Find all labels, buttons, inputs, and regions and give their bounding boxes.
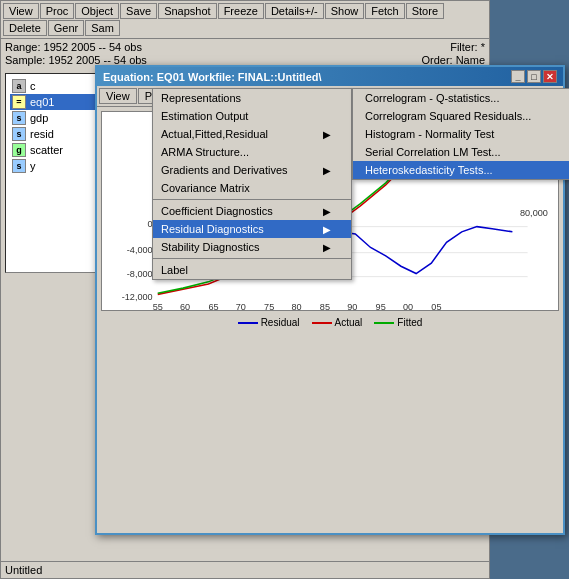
main-object-btn[interactable]: Object xyxy=(75,3,119,19)
arrow-actual-fitted: ▶ xyxy=(323,129,331,140)
info-row-range: Range: 1952 2005 -- 54 obs Filter: * xyxy=(5,41,485,53)
main-freeze-btn[interactable]: Freeze xyxy=(218,3,264,19)
svg-text:70: 70 xyxy=(236,302,246,310)
series-label-eq01: eq01 xyxy=(30,96,54,108)
series-label-scatter: scatter xyxy=(30,144,63,156)
legend-line-residual xyxy=(238,322,258,324)
legend-item-fitted: Fitted xyxy=(374,317,422,328)
legend-item-residual: Residual xyxy=(238,317,300,328)
arrow-gradients: ▶ xyxy=(323,165,331,176)
series-icon-scatter: g xyxy=(12,143,26,157)
filter-text: Filter: * xyxy=(450,41,485,53)
menu-residual-diagnostics[interactable]: Residual Diagnostics ▶ xyxy=(153,220,351,238)
menu-coefficient-diagnostics[interactable]: Coefficient Diagnostics ▶ xyxy=(153,202,351,220)
maximize-button[interactable]: □ xyxy=(527,70,541,83)
eq-title: Equation: EQ01 Workfile: FINAL::Untitled… xyxy=(103,71,322,83)
eq-view-btn[interactable]: View xyxy=(99,88,137,104)
svg-text:90: 90 xyxy=(347,302,357,310)
main-show-btn[interactable]: Show xyxy=(325,3,365,19)
series-label-resid: resid xyxy=(30,128,54,140)
menu-label[interactable]: Label xyxy=(153,261,351,279)
main-delete-btn[interactable]: Delete xyxy=(3,20,47,36)
main-store-btn[interactable]: Store xyxy=(406,3,444,19)
svg-text:-4,000: -4,000 xyxy=(127,245,153,255)
legend-line-actual xyxy=(312,322,332,324)
series-icon-gdp: s xyxy=(12,111,26,125)
menu-stability-diagnostics[interactable]: Stability Diagnostics ▶ xyxy=(153,238,351,256)
svg-text:55: 55 xyxy=(153,302,163,310)
menu-gradients-derivatives[interactable]: Gradients and Derivatives ▶ xyxy=(153,161,351,179)
bottom-bar: Untitled xyxy=(1,561,489,578)
eq-titlebar: Equation: EQ01 Workfile: FINAL::Untitled… xyxy=(97,67,563,86)
main-save-btn[interactable]: Save xyxy=(120,3,157,19)
series-icon-c: a xyxy=(12,79,26,93)
submenu-heteroskedasticity[interactable]: Heteroskedasticity Tests... xyxy=(353,161,569,179)
titlebar-controls: _ □ ✕ xyxy=(511,70,557,83)
svg-text:60: 60 xyxy=(180,302,190,310)
svg-text:85: 85 xyxy=(320,302,330,310)
series-icon-eq01: = xyxy=(12,95,26,109)
main-genr-btn[interactable]: Genr xyxy=(48,20,84,36)
submenu-histogram-normality[interactable]: Histogram - Normality Test xyxy=(353,125,569,143)
legend-line-fitted xyxy=(374,322,394,324)
menu-actual-fitted-residual[interactable]: Actual,Fitted,Residual ▶ xyxy=(153,125,351,143)
main-fetch-btn[interactable]: Fetch xyxy=(365,3,405,19)
series-icon-y: s xyxy=(12,159,26,173)
menu-separator-1 xyxy=(153,199,351,200)
menu-estimation-output[interactable]: Estimation Output xyxy=(153,107,351,125)
residual-diagnostics-submenu: Correlogram - Q-statistics... Correlogra… xyxy=(352,88,569,180)
arrow-resid-diag: ▶ xyxy=(323,224,331,235)
svg-text:-8,000: -8,000 xyxy=(127,269,153,279)
series-label-y: y xyxy=(30,160,36,172)
menu-representations[interactable]: Representations xyxy=(153,89,351,107)
legend-item-actual: Actual xyxy=(312,317,363,328)
arrow-stability-diag: ▶ xyxy=(323,242,331,253)
arrow-coeff-diag: ▶ xyxy=(323,206,331,217)
legend-label-fitted: Fitted xyxy=(397,317,422,328)
menu-arma-structure[interactable]: ARMA Structure... xyxy=(153,143,351,161)
main-view-btn[interactable]: View xyxy=(3,3,39,19)
chart-legend: Residual Actual Fitted xyxy=(97,315,563,330)
svg-text:75: 75 xyxy=(264,302,274,310)
svg-text:05: 05 xyxy=(431,302,441,310)
svg-text:95: 95 xyxy=(376,302,386,310)
svg-text:-12,000: -12,000 xyxy=(122,291,153,301)
submenu-correlogram-q[interactable]: Correlogram - Q-statistics... xyxy=(353,89,569,107)
svg-text:80: 80 xyxy=(291,302,301,310)
legend-label-residual: Residual xyxy=(261,317,300,328)
legend-label-actual: Actual xyxy=(335,317,363,328)
svg-text:80,000: 80,000 xyxy=(520,208,548,218)
bottom-label: Untitled xyxy=(5,564,42,576)
menu-covariance-matrix[interactable]: Covariance Matrix xyxy=(153,179,351,197)
main-proc-btn[interactable]: Proc xyxy=(40,3,75,19)
menu-separator-2 xyxy=(153,258,351,259)
object-menu: Representations Estimation Output Actual… xyxy=(152,88,352,280)
main-details-btn[interactable]: Details+/- xyxy=(265,3,324,19)
svg-text:65: 65 xyxy=(208,302,218,310)
submenu-correlogram-squared[interactable]: Correlogram Squared Residuals... xyxy=(353,107,569,125)
main-sam-btn[interactable]: Sam xyxy=(85,20,120,36)
submenu-serial-correlation[interactable]: Serial Correlation LM Test... xyxy=(353,143,569,161)
main-toolbar: View Proc Object Save Snapshot Freeze De… xyxy=(1,1,489,39)
series-label-gdp: gdp xyxy=(30,112,48,124)
series-label-c: c xyxy=(30,80,36,92)
main-snapshot-btn[interactable]: Snapshot xyxy=(158,3,216,19)
minimize-button[interactable]: _ xyxy=(511,70,525,83)
series-icon-resid: s xyxy=(12,127,26,141)
svg-text:00: 00 xyxy=(403,302,413,310)
close-button[interactable]: ✕ xyxy=(543,70,557,83)
range-text: Range: 1952 2005 -- 54 obs xyxy=(5,41,142,53)
